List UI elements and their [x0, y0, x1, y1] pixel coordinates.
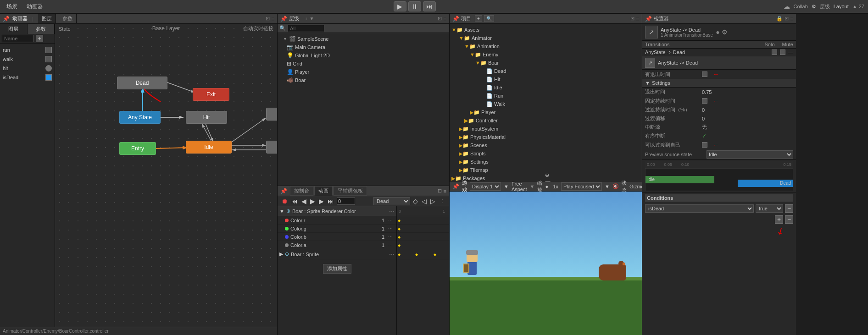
list-item[interactable]: ▼📁 Boar	[451, 59, 640, 67]
goto-end-button[interactable]: ⏭	[327, 198, 335, 205]
goto-start-button[interactable]: ⏮	[290, 198, 299, 205]
inspector-menu[interactable]: ≡	[790, 16, 793, 22]
mute-checkbox[interactable]	[780, 49, 785, 55]
add-keyframe-button[interactable]: ◇	[412, 198, 419, 205]
play-mode-select[interactable]: Play Focused	[561, 182, 602, 191]
condition-param-select[interactable]: isDead	[645, 204, 754, 213]
hierarchy-search-input[interactable]	[288, 25, 324, 32]
remove-condition-button[interactable]: −	[785, 204, 793, 213]
list-item[interactable]: ▶📁 PhysicsMaterial	[451, 133, 640, 141]
timeline-maximize[interactable]: ⊡	[438, 188, 442, 194]
param-toggle-walk[interactable]	[45, 56, 52, 62]
keyframe-nav-left[interactable]: ◁	[421, 198, 428, 205]
track-color-a-key[interactable]: ⋯	[388, 242, 393, 247]
list-item[interactable]: ▼ ⊕ Boar : Sprite Renderer.Color ⋯	[278, 206, 396, 216]
animator-graph[interactable]: Base Layer 自动实时链接 State	[55, 24, 277, 327]
game-canvas[interactable]	[450, 192, 642, 335]
state-node-entry[interactable]: Entry	[119, 142, 156, 155]
state-node-walk[interactable]: Walk	[266, 141, 277, 154]
list-item[interactable]: ▶📁 Player	[451, 108, 640, 116]
track-color-g-key[interactable]: ⋯	[388, 226, 393, 231]
menu-animator[interactable]: 动画器	[24, 2, 46, 11]
inspector-maximize[interactable]: ⊡	[785, 16, 789, 22]
inspector-lock[interactable]: 🔒	[776, 16, 783, 22]
list-item[interactable]: ▼📁 Animation	[451, 42, 640, 50]
tab-animation[interactable]: 动画	[314, 186, 333, 196]
project-menu[interactable]: ≡	[636, 16, 639, 22]
remove-condition-button-2[interactable]: −	[785, 215, 793, 224]
list-item[interactable]: 📄 Idle	[451, 83, 640, 92]
list-item[interactable]: 📄 Hit	[451, 75, 640, 83]
display-select[interactable]: Display 1	[470, 182, 501, 191]
tab-tilemap[interactable]: 平铺调色板	[334, 186, 367, 196]
menu-scene[interactable]: 场景	[4, 2, 20, 11]
tab-console[interactable]: 控制台	[290, 186, 313, 196]
hierarchy-maximize[interactable]: ⊡	[438, 16, 442, 22]
param-toggle-run[interactable]	[45, 47, 52, 53]
list-item[interactable]: ▶📁 Scenes	[451, 141, 640, 149]
list-item[interactable]: ▼ 🎬 SampleScene	[279, 35, 447, 43]
settings-header[interactable]: ▼ Settings	[642, 79, 796, 88]
list-item[interactable]: ▶ ⊕ Boar : Sprite ⋯	[278, 249, 396, 259]
list-item[interactable]: 📷 Main Camera	[279, 43, 447, 51]
mute-icon[interactable]: 🔇	[612, 183, 619, 189]
list-item[interactable]: ▼📁 Enemy	[451, 50, 640, 59]
transition-row[interactable]: AnyState -> Dead —	[642, 49, 796, 56]
add-param-button[interactable]: +	[36, 35, 43, 42]
maximize-icon[interactable]: ⊡	[266, 16, 270, 22]
track-color-r-key[interactable]: ⋯	[388, 218, 393, 223]
animator-tab-params[interactable]: 参数	[59, 14, 77, 23]
next-frame-button[interactable]: ▶	[318, 198, 325, 205]
inspector-action-btn[interactable]: ●	[716, 28, 719, 36]
state-node-dead[interactable]: Dead	[117, 77, 167, 89]
play-button[interactable]: ▶	[394, 1, 406, 11]
pause-button[interactable]: ⏸	[408, 1, 421, 11]
step-button[interactable]: ⏭	[423, 1, 436, 11]
filter-btn[interactable]: 🔍	[484, 15, 494, 22]
layout-btn[interactable]: Layout	[834, 4, 849, 9]
fixed-duration-checkbox[interactable]	[702, 98, 707, 104]
inspector-settings-btn[interactable]: ⚙	[722, 28, 728, 36]
param-toggle-isdead[interactable]	[45, 74, 52, 81]
state-node-idle[interactable]: Idle	[186, 141, 232, 154]
has-exit-time-checkbox[interactable]	[702, 71, 707, 77]
clip-select[interactable]: Dead	[373, 197, 410, 205]
state-node-anystate[interactable]: Any State	[119, 111, 161, 124]
play-anim-button[interactable]: ▶	[309, 198, 316, 205]
state-node-run[interactable]: Run	[266, 108, 277, 121]
list-item[interactable]: ▼📁 Assets	[451, 26, 640, 34]
create-btn[interactable]: +	[475, 15, 482, 22]
hierarchy-menu[interactable]: ≡	[444, 16, 446, 22]
list-item[interactable]: 📄 Walk	[451, 100, 640, 108]
animator-tab-layers[interactable]: 图层	[38, 14, 56, 23]
aspect-dropdown[interactable]: ▼	[530, 184, 535, 189]
account-icon[interactable]: ⚙	[812, 4, 816, 10]
solo-checkbox[interactable]	[772, 49, 777, 55]
transition-delete-btn[interactable]: —	[788, 49, 793, 55]
track-sprite-options[interactable]: ⋯	[389, 251, 395, 258]
can-transition-self-checkbox[interactable]	[702, 142, 707, 148]
prev-frame-button[interactable]: ◀	[300, 198, 307, 205]
frame-input[interactable]	[337, 198, 355, 205]
add-condition-button[interactable]: +	[775, 215, 783, 224]
param-name-input[interactable]	[2, 35, 34, 42]
add-property-button[interactable]: 添加属性	[323, 264, 351, 274]
project-maximize[interactable]: ⊡	[630, 16, 634, 22]
list-item[interactable]: ▶📁 Settings	[451, 158, 640, 166]
track-options[interactable]: ⋯	[389, 208, 395, 214]
auto-live-link[interactable]: 自动实时链接	[243, 25, 273, 32]
list-item[interactable]: 🐗 Boar	[279, 76, 447, 84]
list-item[interactable]: 💡 Global Light 2D	[279, 51, 447, 60]
list-item[interactable]: 👤 Player	[279, 68, 447, 76]
list-item[interactable]: ▼📁 Animator	[451, 34, 640, 42]
timeline-menu[interactable]: ≡	[444, 188, 446, 194]
animator-menu-icon[interactable]: ≡	[272, 16, 274, 22]
stats-label[interactable]: 状态	[622, 180, 627, 193]
condition-value-select[interactable]: true	[756, 204, 783, 213]
state-node-hit[interactable]: Hit	[186, 111, 227, 124]
param-toggle-hit[interactable]	[45, 65, 52, 71]
state-node-exit[interactable]: Exit	[193, 88, 229, 101]
list-item[interactable]: ▶📁 Scripts	[451, 149, 640, 158]
list-item[interactable]: ⊞ Grid	[279, 60, 447, 68]
preview-source-select[interactable]: Idle	[707, 150, 793, 159]
